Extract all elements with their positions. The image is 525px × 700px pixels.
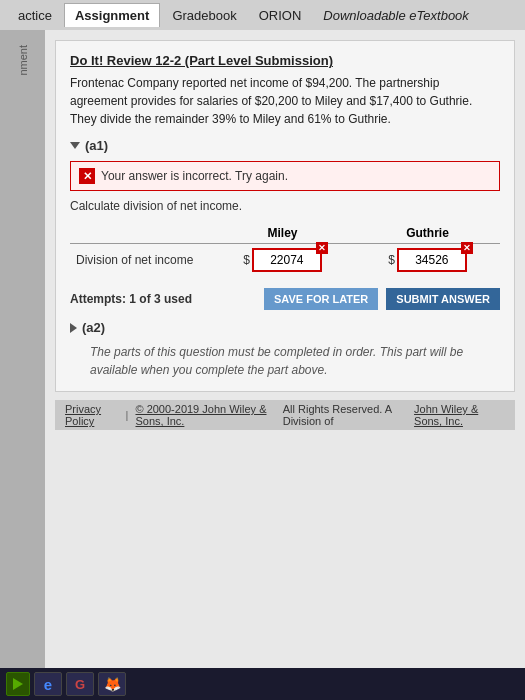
- miley-dollar: $: [243, 253, 250, 267]
- main-content: Do It! Review 12-2 (Part Level Submissio…: [45, 30, 525, 670]
- footer-bar: Privacy Policy | © 2000-2019 John Wiley …: [55, 400, 515, 430]
- footer-rights: All Rights Reserved. A Division of: [283, 403, 410, 427]
- submit-answer-button[interactable]: SUBMIT ANSWER: [386, 288, 500, 310]
- nav-item-assignment[interactable]: Assignment: [64, 3, 160, 27]
- guthrie-input-container: ✕: [397, 248, 467, 272]
- guthrie-input[interactable]: [397, 248, 467, 272]
- google-icon: G: [75, 677, 85, 692]
- start-icon: [13, 678, 23, 690]
- guthrie-error-badge: ✕: [461, 242, 473, 254]
- firefox-icon: 🦊: [104, 676, 121, 692]
- top-nav: actice Assignment Gradebook ORION Downlo…: [0, 0, 525, 30]
- sidebar: nment: [0, 30, 45, 670]
- expand-icon: [70, 323, 77, 333]
- division-link[interactable]: John Wiley & Sons, Inc.: [414, 403, 505, 427]
- table-row: Division of net income $ ✕: [70, 244, 500, 277]
- nav-item-practice[interactable]: actice: [8, 4, 62, 27]
- col-header-miley: Miley: [210, 223, 355, 244]
- miley-input-container: ✕: [252, 248, 322, 272]
- answer-table: Miley Guthrie Division of net income $ ✕: [70, 223, 500, 276]
- taskbar-firefox-button[interactable]: 🦊: [98, 672, 126, 696]
- miley-input-wrapper: $ ✕: [216, 248, 349, 272]
- copyright-link[interactable]: © 2000-2019 John Wiley & Sons, Inc.: [135, 403, 278, 427]
- error-box: ✕ Your answer is incorrect. Try again.: [70, 161, 500, 191]
- section-a2-label: (a2): [82, 320, 105, 335]
- footer-separator: |: [126, 409, 129, 421]
- taskbar: e G 🦊: [0, 668, 525, 700]
- guthrie-input-wrapper: $ ✕: [361, 248, 494, 272]
- attempts-row: Attempts: 1 of 3 used SAVE FOR LATER SUB…: [70, 288, 500, 310]
- taskbar-google-button[interactable]: G: [66, 672, 94, 696]
- taskbar-ie-button[interactable]: e: [34, 672, 62, 696]
- section-a1-header[interactable]: (a1): [70, 138, 500, 153]
- card-title: Do It! Review 12-2 (Part Level Submissio…: [70, 53, 500, 68]
- collapse-icon: [70, 142, 80, 149]
- calc-label: Calculate division of net income.: [70, 199, 500, 213]
- error-icon: ✕: [79, 168, 95, 184]
- col-header-guthrie: Guthrie: [355, 223, 500, 244]
- miley-error-badge: ✕: [316, 242, 328, 254]
- miley-input[interactable]: [252, 248, 322, 272]
- row-label-division: Division of net income: [70, 244, 210, 277]
- col-header-empty: [70, 223, 210, 244]
- guthrie-dollar: $: [388, 253, 395, 267]
- nav-item-gradebook[interactable]: Gradebook: [162, 4, 246, 27]
- start-button[interactable]: [6, 672, 30, 696]
- section-a2: (a2) The parts of this question must be …: [70, 320, 500, 379]
- ie-icon: e: [44, 676, 52, 693]
- nav-item-etextbook[interactable]: Downloadable eTextbook: [313, 4, 479, 27]
- privacy-policy-link[interactable]: Privacy Policy: [65, 403, 119, 427]
- content-area: nment Do It! Review 12-2 (Part Level Sub…: [0, 30, 525, 670]
- a2-description: The parts of this question must be compl…: [90, 343, 500, 379]
- question-card: Do It! Review 12-2 (Part Level Submissio…: [55, 40, 515, 392]
- card-description: Frontenac Company reported net income of…: [70, 74, 500, 128]
- nav-item-orion[interactable]: ORION: [249, 4, 312, 27]
- miley-cell: $ ✕: [210, 244, 355, 277]
- save-for-later-button[interactable]: SAVE FOR LATER: [264, 288, 378, 310]
- sidebar-label: nment: [17, 45, 29, 76]
- guthrie-cell: $ ✕: [355, 244, 500, 277]
- attempts-text: Attempts: 1 of 3 used: [70, 292, 192, 306]
- section-a2-header[interactable]: (a2): [70, 320, 500, 335]
- error-message: Your answer is incorrect. Try again.: [101, 169, 288, 183]
- section-a1-label: (a1): [85, 138, 108, 153]
